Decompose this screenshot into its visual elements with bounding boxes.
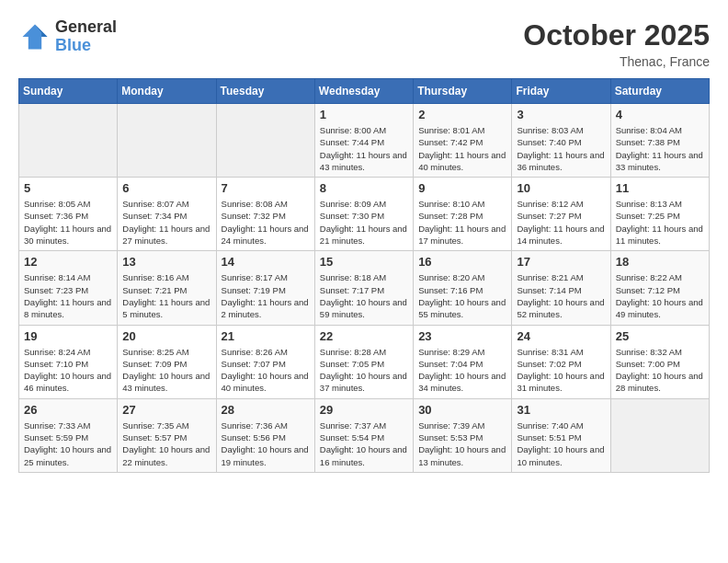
day-number: 25: [616, 329, 704, 343]
calendar-cell: 4Sunrise: 8:04 AM Sunset: 7:38 PM Daylig…: [610, 104, 709, 178]
calendar-cell: 19Sunrise: 8:24 AM Sunset: 7:10 PM Dayli…: [19, 325, 118, 398]
day-info: Sunrise: 8:01 AM Sunset: 7:42 PM Dayligh…: [418, 124, 506, 173]
calendar-cell: 27Sunrise: 7:35 AM Sunset: 5:57 PM Dayli…: [118, 398, 216, 472]
logo-blue: Blue: [55, 37, 117, 55]
calendar-cell: 12Sunrise: 8:14 AM Sunset: 7:23 PM Dayli…: [19, 251, 118, 325]
day-number: 26: [24, 403, 112, 417]
day-info: Sunrise: 8:20 AM Sunset: 7:16 PM Dayligh…: [418, 271, 506, 320]
calendar-cell: [118, 104, 216, 178]
day-info: Sunrise: 8:31 AM Sunset: 7:02 PM Dayligh…: [517, 346, 605, 395]
calendar-cell: 10Sunrise: 8:12 AM Sunset: 7:27 PM Dayli…: [512, 178, 610, 251]
calendar-week-4: 19Sunrise: 8:24 AM Sunset: 7:10 PM Dayli…: [19, 325, 710, 398]
column-header-friday: Friday: [512, 79, 610, 104]
calendar-cell: 31Sunrise: 7:40 AM Sunset: 5:51 PM Dayli…: [512, 398, 610, 472]
day-number: 18: [616, 255, 704, 269]
logo-icon: [18, 20, 51, 53]
column-header-saturday: Saturday: [610, 79, 709, 104]
day-number: 29: [320, 403, 408, 417]
day-info: Sunrise: 8:10 AM Sunset: 7:28 PM Dayligh…: [418, 198, 506, 247]
calendar-cell: 15Sunrise: 8:18 AM Sunset: 7:17 PM Dayli…: [314, 251, 413, 325]
month-title: October 2025: [523, 18, 710, 52]
calendar-cell: 21Sunrise: 8:26 AM Sunset: 7:07 PM Dayli…: [216, 325, 314, 398]
column-header-wednesday: Wednesday: [314, 79, 413, 104]
day-number: 15: [320, 255, 408, 269]
day-info: Sunrise: 8:21 AM Sunset: 7:14 PM Dayligh…: [517, 271, 605, 320]
day-number: 22: [320, 329, 408, 343]
calendar-cell: 9Sunrise: 8:10 AM Sunset: 7:28 PM Daylig…: [414, 178, 512, 251]
day-info: Sunrise: 8:14 AM Sunset: 7:23 PM Dayligh…: [24, 271, 112, 320]
column-header-tuesday: Tuesday: [216, 79, 314, 104]
day-info: Sunrise: 7:36 AM Sunset: 5:56 PM Dayligh…: [222, 419, 310, 468]
day-info: Sunrise: 7:33 AM Sunset: 5:59 PM Dayligh…: [24, 419, 112, 468]
calendar-cell: 2Sunrise: 8:01 AM Sunset: 7:42 PM Daylig…: [414, 104, 512, 178]
calendar-cell: 14Sunrise: 8:17 AM Sunset: 7:19 PM Dayli…: [216, 251, 314, 325]
day-number: 2: [418, 108, 506, 121]
calendar-cell: 13Sunrise: 8:16 AM Sunset: 7:21 PM Dayli…: [118, 251, 216, 325]
day-number: 9: [418, 181, 506, 195]
calendar-cell: 6Sunrise: 8:07 AM Sunset: 7:34 PM Daylig…: [118, 178, 216, 251]
day-number: 17: [517, 255, 605, 269]
day-number: 27: [122, 403, 210, 417]
day-info: Sunrise: 8:09 AM Sunset: 7:30 PM Dayligh…: [320, 198, 408, 247]
day-info: Sunrise: 8:16 AM Sunset: 7:21 PM Dayligh…: [122, 271, 210, 320]
calendar-week-3: 12Sunrise: 8:14 AM Sunset: 7:23 PM Dayli…: [19, 251, 710, 325]
logo: General Blue: [18, 18, 117, 55]
calendar-cell: 1Sunrise: 8:00 AM Sunset: 7:44 PM Daylig…: [314, 104, 413, 178]
calendar-cell: 11Sunrise: 8:13 AM Sunset: 7:25 PM Dayli…: [610, 178, 709, 251]
logo-text: General Blue: [55, 18, 117, 55]
day-number: 28: [222, 403, 310, 417]
day-info: Sunrise: 8:13 AM Sunset: 7:25 PM Dayligh…: [616, 198, 704, 247]
calendar-cell: 20Sunrise: 8:25 AM Sunset: 7:09 PM Dayli…: [118, 325, 216, 398]
day-number: 21: [222, 329, 310, 343]
day-number: 1: [320, 108, 408, 121]
calendar-cell: [216, 104, 314, 178]
column-header-monday: Monday: [118, 79, 216, 104]
day-number: 20: [122, 329, 210, 343]
day-number: 13: [122, 255, 210, 269]
day-number: 24: [517, 329, 605, 343]
calendar-cell: 25Sunrise: 8:32 AM Sunset: 7:00 PM Dayli…: [610, 325, 709, 398]
logo-general: General: [55, 18, 117, 37]
day-number: 11: [616, 181, 704, 195]
calendar-header-row: SundayMondayTuesdayWednesdayThursdayFrid…: [19, 79, 710, 104]
day-info: Sunrise: 8:04 AM Sunset: 7:38 PM Dayligh…: [616, 124, 704, 173]
day-info: Sunrise: 8:29 AM Sunset: 7:04 PM Dayligh…: [418, 346, 506, 395]
calendar-week-1: 1Sunrise: 8:00 AM Sunset: 7:44 PM Daylig…: [19, 104, 710, 178]
day-number: 6: [122, 181, 210, 195]
column-header-sunday: Sunday: [19, 79, 118, 104]
day-number: 10: [517, 181, 605, 195]
day-info: Sunrise: 7:40 AM Sunset: 5:51 PM Dayligh…: [517, 419, 605, 468]
day-info: Sunrise: 8:17 AM Sunset: 7:19 PM Dayligh…: [222, 271, 310, 320]
day-number: 3: [517, 108, 605, 121]
day-number: 4: [616, 108, 704, 121]
calendar-cell: 18Sunrise: 8:22 AM Sunset: 7:12 PM Dayli…: [610, 251, 709, 325]
day-info: Sunrise: 7:37 AM Sunset: 5:54 PM Dayligh…: [320, 419, 408, 468]
calendar-cell: [19, 104, 118, 178]
day-number: 14: [222, 255, 310, 269]
calendar-cell: 30Sunrise: 7:39 AM Sunset: 5:53 PM Dayli…: [414, 398, 512, 472]
calendar-week-5: 26Sunrise: 7:33 AM Sunset: 5:59 PM Dayli…: [19, 398, 710, 472]
calendar-cell: 28Sunrise: 7:36 AM Sunset: 5:56 PM Dayli…: [216, 398, 314, 472]
day-number: 8: [320, 181, 408, 195]
day-info: Sunrise: 7:39 AM Sunset: 5:53 PM Dayligh…: [418, 419, 506, 468]
day-number: 31: [517, 403, 605, 417]
day-info: Sunrise: 7:35 AM Sunset: 5:57 PM Dayligh…: [122, 419, 210, 468]
location: Thenac, France: [523, 54, 710, 69]
calendar-cell: 17Sunrise: 8:21 AM Sunset: 7:14 PM Dayli…: [512, 251, 610, 325]
calendar-cell: 23Sunrise: 8:29 AM Sunset: 7:04 PM Dayli…: [414, 325, 512, 398]
calendar-table: SundayMondayTuesdayWednesdayThursdayFrid…: [18, 78, 710, 473]
title-block: October 2025 Thenac, France: [523, 18, 710, 69]
day-info: Sunrise: 8:03 AM Sunset: 7:40 PM Dayligh…: [517, 124, 605, 173]
day-info: Sunrise: 8:32 AM Sunset: 7:00 PM Dayligh…: [616, 346, 704, 395]
day-info: Sunrise: 8:22 AM Sunset: 7:12 PM Dayligh…: [616, 271, 704, 320]
calendar-cell: 29Sunrise: 7:37 AM Sunset: 5:54 PM Dayli…: [314, 398, 413, 472]
calendar-cell: 22Sunrise: 8:28 AM Sunset: 7:05 PM Dayli…: [314, 325, 413, 398]
day-info: Sunrise: 8:28 AM Sunset: 7:05 PM Dayligh…: [320, 346, 408, 395]
calendar-cell: 5Sunrise: 8:05 AM Sunset: 7:36 PM Daylig…: [19, 178, 118, 251]
calendar-cell: 26Sunrise: 7:33 AM Sunset: 5:59 PM Dayli…: [19, 398, 118, 472]
day-number: 16: [418, 255, 506, 269]
day-info: Sunrise: 8:00 AM Sunset: 7:44 PM Dayligh…: [320, 124, 408, 173]
calendar-cell: [610, 398, 709, 472]
day-info: Sunrise: 8:26 AM Sunset: 7:07 PM Dayligh…: [222, 346, 310, 395]
day-info: Sunrise: 8:08 AM Sunset: 7:32 PM Dayligh…: [222, 198, 310, 247]
